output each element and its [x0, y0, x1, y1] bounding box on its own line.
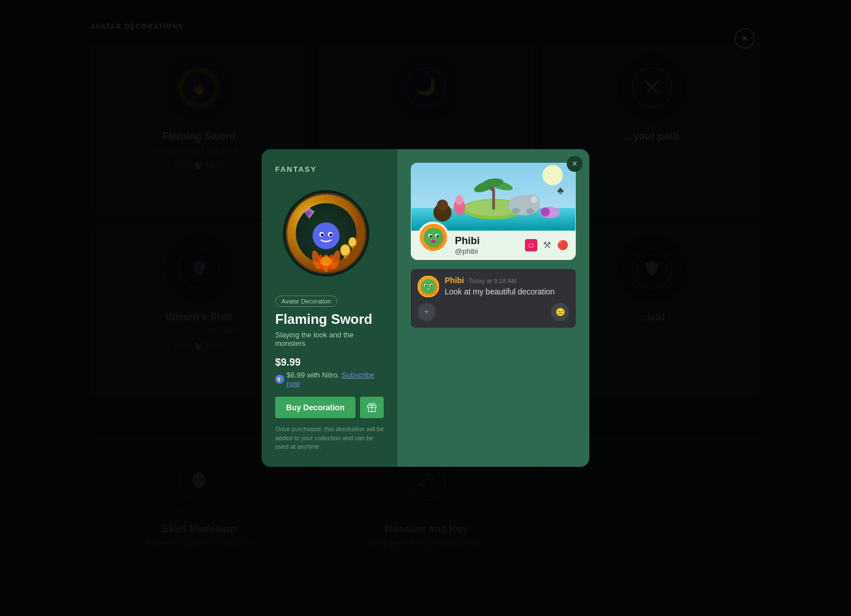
- modal-close-button[interactable]: ×: [567, 156, 583, 172]
- nitro-price-text: $6.99 with Nitro. Subscribe now: [286, 371, 384, 388]
- svg-point-32: [329, 233, 332, 236]
- svg-point-52: [512, 208, 520, 214]
- decoration-description: Slaying the look and the monsters: [275, 331, 384, 348]
- preview-avatar: [418, 222, 449, 253]
- chat-message-text: Look at my beautiful decoration: [445, 287, 569, 296]
- modal-right-panel: ♣: [397, 149, 589, 467]
- svg-point-68: [431, 240, 436, 243]
- svg-point-40: [542, 165, 563, 185]
- svg-point-22: [341, 244, 350, 255]
- buy-section: Buy Decoration: [275, 397, 384, 418]
- preview-avatar-section: Phibi @phibi □ ⚒ 🔴: [411, 231, 576, 260]
- svg-point-63: [424, 228, 443, 247]
- chat-timestamp: Today at 9:18 AM: [468, 277, 516, 284]
- gift-icon: [367, 402, 377, 413]
- price-original: $9.99: [275, 357, 384, 368]
- svg-point-67: [436, 235, 438, 237]
- emoji-icon: 😑: [555, 307, 565, 316]
- svg-point-24: [344, 256, 348, 258]
- preview-handle: @phibi: [455, 247, 519, 255]
- badge-tools: ⚒: [541, 239, 553, 251]
- chat-message: Phibi Today at 9:18 AM Look at my beauti…: [418, 276, 569, 297]
- chat-emoji-button[interactable]: 😑: [551, 303, 569, 321]
- decoration-modal: × FANTASY: [262, 149, 589, 467]
- chat-actions: + 😑: [418, 303, 569, 321]
- buy-decoration-button[interactable]: Buy Decoration: [275, 397, 355, 418]
- modal-brand-label: FANTASY: [275, 165, 317, 173]
- purchase-note: Once purchased, this decoration will be …: [275, 425, 384, 451]
- svg-point-73: [425, 285, 427, 287]
- modal-backdrop: × FANTASY: [0, 0, 851, 616]
- price-section: $9.99 🔰 $6.99 with Nitro. Subscribe now: [275, 357, 384, 388]
- svg-text:♣: ♣: [557, 185, 564, 196]
- island-scene: ♣: [411, 163, 576, 231]
- svg-point-70: [421, 279, 436, 294]
- chat-add-button[interactable]: +: [418, 303, 436, 321]
- decoration-image-container: [275, 183, 377, 284]
- svg-point-25: [349, 237, 357, 246]
- badge-pink: □: [525, 239, 537, 251]
- scene-svg: ♣: [411, 163, 576, 231]
- preview-badge-icons: □ ⚒ 🔴: [525, 239, 569, 251]
- svg-point-55: [455, 195, 463, 205]
- chat-preview: Phibi Today at 9:18 AM Look at my beauti…: [411, 269, 576, 328]
- svg-point-28: [312, 222, 340, 249]
- nitro-icon: 🔰: [275, 375, 284, 384]
- gift-button[interactable]: [360, 397, 384, 418]
- chat-header: Phibi Today at 9:18 AM: [445, 276, 569, 285]
- badge-blender: 🔴: [557, 239, 569, 251]
- chat-username: Phibi: [445, 276, 464, 285]
- preview-user-info: Phibi @phibi: [455, 235, 519, 255]
- svg-point-27: [351, 247, 354, 249]
- svg-point-57: [541, 207, 550, 216]
- chat-content: Phibi Today at 9:18 AM Look at my beauti…: [445, 276, 569, 296]
- chat-avatar: [418, 276, 439, 297]
- preview-username: Phibi: [455, 235, 519, 247]
- profile-preview-card: ♣: [411, 163, 576, 260]
- svg-rect-44: [492, 188, 495, 210]
- nitro-price-value: $6.99 with Nitro.: [286, 371, 340, 379]
- decoration-type-badge: Avatar Decoration: [275, 296, 337, 307]
- svg-point-53: [526, 209, 534, 214]
- svg-point-66: [429, 235, 432, 237]
- profile-banner: ♣: [411, 163, 576, 231]
- svg-point-51: [531, 196, 537, 203]
- decoration-title: Flaming Sword: [275, 311, 372, 328]
- svg-point-31: [321, 233, 324, 236]
- price-nitro-row: 🔰 $6.99 with Nitro. Subscribe now: [275, 371, 384, 388]
- decoration-image: [278, 185, 374, 281]
- svg-point-38: [320, 256, 332, 266]
- svg-point-74: [431, 285, 432, 287]
- svg-point-48: [490, 186, 494, 191]
- modal-left-panel: FANTASY: [262, 149, 397, 467]
- svg-point-60: [437, 199, 448, 211]
